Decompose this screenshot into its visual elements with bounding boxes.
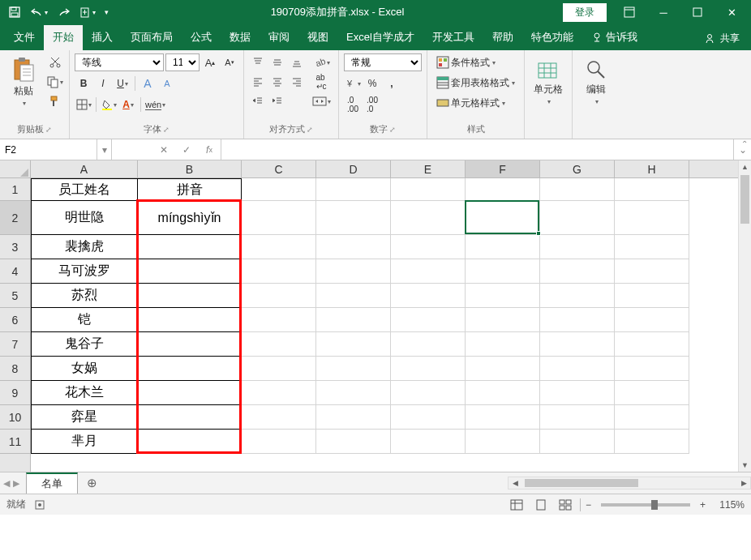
cancel-formula-button[interactable]: ✕ xyxy=(152,144,175,156)
zoom-slider[interactable] xyxy=(601,503,690,507)
qat-customize[interactable]: ▾ xyxy=(101,2,112,23)
align-bottom-button[interactable] xyxy=(288,53,306,71)
row-header-1[interactable]: 1 xyxy=(0,178,30,201)
minimize-button[interactable]: ─ xyxy=(647,2,680,23)
close-button[interactable]: ✕ xyxy=(715,2,748,23)
col-header-F[interactable]: F xyxy=(466,160,540,177)
row-header-8[interactable]: 8 xyxy=(0,357,30,381)
macro-record-button[interactable] xyxy=(34,499,45,511)
font-size-select[interactable]: 11 xyxy=(165,53,200,71)
vertical-scrollbar[interactable]: ▲ ▼ xyxy=(738,160,751,472)
save-button[interactable] xyxy=(3,2,26,23)
redo-button[interactable] xyxy=(52,2,75,23)
align-top-button[interactable] xyxy=(249,53,267,71)
accounting-format-button[interactable]: ¥▾ xyxy=(344,75,362,92)
cell-G9[interactable] xyxy=(540,381,615,405)
col-header-E[interactable]: E xyxy=(391,160,466,177)
name-box-input[interactable] xyxy=(0,144,97,156)
cell-H11[interactable] xyxy=(615,430,689,454)
cell-H8[interactable] xyxy=(615,357,689,381)
tab-data[interactable]: 数据 xyxy=(221,25,260,50)
copy-button[interactable]: ▾ xyxy=(45,73,64,91)
scroll-up-button[interactable]: ▲ xyxy=(739,160,751,173)
cell-C7[interactable] xyxy=(242,332,316,357)
cell-D8[interactable] xyxy=(316,357,391,381)
accept-formula-button[interactable]: ✓ xyxy=(175,144,198,156)
row-header-7[interactable]: 7 xyxy=(0,332,30,357)
cell-D4[interactable] xyxy=(316,259,391,284)
cell-D1[interactable] xyxy=(316,178,391,201)
format-painter-button[interactable] xyxy=(45,92,64,110)
cell-G8[interactable] xyxy=(540,357,615,381)
cell-B5[interactable] xyxy=(138,284,242,308)
font-name-select[interactable]: 等线 xyxy=(75,53,164,71)
cell-C9[interactable] xyxy=(242,381,316,405)
cell-H4[interactable] xyxy=(615,259,689,284)
cell-A11[interactable]: 芈月 xyxy=(31,430,138,454)
cell-A6[interactable]: 铠 xyxy=(31,308,138,332)
cell-F8[interactable] xyxy=(466,357,540,381)
cell-G10[interactable] xyxy=(540,405,615,430)
cell-F1[interactable] xyxy=(466,178,540,201)
align-left-button[interactable] xyxy=(249,73,267,91)
cell-D9[interactable] xyxy=(316,381,391,405)
cell-H3[interactable] xyxy=(615,235,689,259)
cell-H1[interactable] xyxy=(615,178,689,201)
tab-self[interactable]: Excel自学成才 xyxy=(337,25,423,50)
decrease-font-button[interactable]: A▾ xyxy=(221,53,238,71)
cell-D6[interactable] xyxy=(316,308,391,332)
clipboard-dialog-launcher[interactable]: ⤢ xyxy=(45,126,52,134)
tab-file[interactable]: 文件 xyxy=(5,25,44,50)
cell-B6[interactable] xyxy=(138,308,242,332)
cell-E10[interactable] xyxy=(391,405,466,430)
editing-button[interactable]: 编辑 ▾ xyxy=(577,53,615,110)
hscroll-thumb[interactable] xyxy=(525,479,638,487)
sheet-prev-button[interactable]: ◀ xyxy=(3,478,10,489)
cell-B11[interactable] xyxy=(138,430,242,454)
cell-D11[interactable] xyxy=(316,430,391,454)
cell-G6[interactable] xyxy=(540,308,615,332)
login-button[interactable]: 登录 xyxy=(563,3,607,22)
cell-E7[interactable] xyxy=(391,332,466,357)
cell-G3[interactable] xyxy=(540,235,615,259)
cell-A3[interactable]: 裴擒虎 xyxy=(31,235,138,259)
tab-formulas[interactable]: 公式 xyxy=(182,25,221,50)
cell-C4[interactable] xyxy=(242,259,316,284)
cell-G11[interactable] xyxy=(540,430,615,454)
table-format-button[interactable]: 套用表格格式▾ xyxy=(432,74,519,92)
sheet-tab-active[interactable]: 名单 xyxy=(26,472,78,494)
select-all-corner[interactable] xyxy=(0,160,31,178)
add-sheet-button[interactable]: ⊕ xyxy=(83,474,101,492)
cell-G1[interactable] xyxy=(540,178,615,201)
cell-B7[interactable] xyxy=(138,332,242,357)
cell-D10[interactable] xyxy=(316,405,391,430)
cell-G5[interactable] xyxy=(540,284,615,308)
name-box-dropdown[interactable]: ▾ xyxy=(97,139,112,160)
cell-F9[interactable] xyxy=(466,381,540,405)
cell-B9[interactable] xyxy=(138,381,242,405)
cell-E9[interactable] xyxy=(391,381,466,405)
tab-tellme[interactable]: 告诉我 xyxy=(582,25,646,50)
col-header-H[interactable]: H xyxy=(615,160,689,177)
cell-G7[interactable] xyxy=(540,332,615,357)
row-header-3[interactable]: 3 xyxy=(0,235,30,259)
qat-item[interactable]: ▾ xyxy=(76,2,99,23)
cell-E2[interactable] xyxy=(391,201,466,235)
page-break-view-button[interactable] xyxy=(556,497,575,513)
fill-color-button[interactable]: ▾ xyxy=(100,96,118,113)
cell-E1[interactable] xyxy=(391,178,466,201)
align-center-button[interactable] xyxy=(268,73,286,91)
increase-font-button[interactable]: A▴ xyxy=(201,53,219,71)
tab-view[interactable]: 视图 xyxy=(298,25,337,50)
cell-C10[interactable] xyxy=(242,405,316,430)
row-header-4[interactable]: 4 xyxy=(0,259,30,284)
cell-D7[interactable] xyxy=(316,332,391,357)
row-header-5[interactable]: 5 xyxy=(0,284,30,308)
cell-E5[interactable] xyxy=(391,284,466,308)
ribbon-options-button[interactable] xyxy=(613,2,646,23)
cell-F3[interactable] xyxy=(466,235,540,259)
increase-decimal-button[interactable]: .0.00 xyxy=(344,96,362,113)
cell-E4[interactable] xyxy=(391,259,466,284)
row-header-9[interactable]: 9 xyxy=(0,381,30,405)
bold-button[interactable]: B xyxy=(75,75,92,92)
